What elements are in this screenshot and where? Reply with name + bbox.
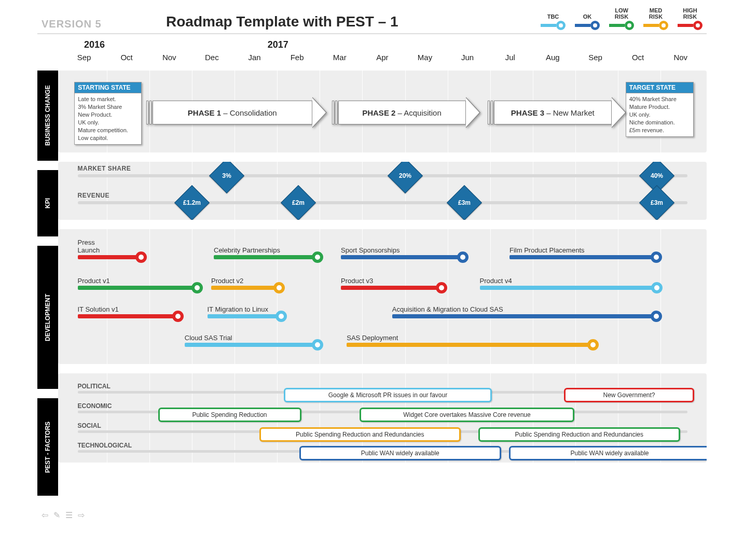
lines-icon[interactable]: ☰ (65, 510, 73, 520)
month-label: Jun (461, 53, 474, 62)
pest-row-label: ECONOMIC (78, 402, 112, 410)
legend-label: OK (575, 13, 600, 20)
legend-item: HIGHRISK (678, 7, 702, 30)
bottom-toolbar: ⇦ ✎ ☰ ⇨ (37, 510, 707, 520)
kpi-diamond: £3m (639, 185, 674, 220)
dev-segment-bar (341, 286, 442, 290)
legend-item: MEDRISK (643, 7, 668, 30)
month-label: May (418, 53, 432, 62)
dev-segment-ring-icon (436, 282, 447, 293)
pest-factor-pill: New Government? (564, 388, 694, 402)
state-box-title: STARTING STATE (75, 82, 141, 93)
dev-segment-bar (185, 343, 318, 347)
timeline-header: 20162017SepOctNovDecJanFebMarAprMayJunJu… (58, 39, 707, 71)
phase-arrow: PHASE 3 – New Market (488, 101, 627, 124)
month-label: Mar (333, 53, 347, 62)
legend-item: OK (575, 13, 600, 30)
dev-segment-ring-icon (312, 251, 323, 263)
state-box-title: TARGET STATE (626, 82, 693, 93)
dev-segment-bar (208, 314, 282, 318)
dev-segment-bar (78, 314, 178, 318)
month-label: Jan (248, 53, 260, 62)
dev-segment-ring-icon (172, 311, 184, 322)
swimlane: PressLaunchCelebrity PartnershipsSport S… (58, 229, 707, 364)
dev-segment-bar (78, 255, 142, 259)
dev-segment-label: Product v2 (211, 277, 243, 286)
section-label: KPI (37, 170, 58, 236)
dev-segment-bar (214, 255, 318, 259)
legend-label: MEDRISK (643, 7, 668, 20)
dev-segment-label: Sport Sponsorships (341, 246, 399, 255)
month-label: Sep (588, 53, 602, 62)
swimlane: STARTING STATELate to market.3% Market S… (58, 71, 707, 152)
swimlane: POLITICALECONOMICSOCIALTECHNOLOGICALGoog… (58, 373, 707, 463)
dev-segment-bar (211, 286, 279, 290)
legend-label: LOWRISK (609, 7, 634, 20)
month-label: Dec (205, 53, 219, 62)
pest-row-label: POLITICAL (78, 383, 111, 390)
dev-segment-ring-icon (651, 251, 662, 263)
dev-segment-ring-icon (275, 311, 287, 322)
kpi-row-label: REVENUE (78, 192, 110, 199)
kpi-diamond: £2m (281, 185, 316, 220)
pest-factor-pill: Google & Microsoft PR issues in our favo… (284, 388, 492, 402)
year-label: 2017 (268, 39, 288, 50)
dev-segment-bar (347, 343, 593, 347)
dev-segment-bar (78, 286, 197, 290)
dev-segment-bar (509, 255, 656, 259)
pest-factor-pill: Widget Core overtakes Massive Core reven… (360, 408, 574, 422)
pencil-icon[interactable]: ✎ (53, 510, 60, 520)
month-label: Nov (162, 53, 176, 62)
pest-factor-pill: Public Spending Reduction and Redundanci… (478, 427, 680, 442)
kpi-rail (78, 174, 687, 177)
dev-segment-label: Product v3 (341, 277, 373, 286)
month-label: Aug (546, 53, 560, 62)
month-label: Oct (120, 53, 132, 62)
swimlane: MARKET SHARE3%20%40%REVENUE£1.2m£2m£3m£3… (58, 162, 707, 220)
month-label: Sep (77, 53, 91, 62)
dev-segment-label: Film Product Placements (509, 246, 585, 255)
pest-factor-pill: Public WAN widely available (509, 446, 707, 460)
month-label: Nov (673, 53, 687, 62)
dev-segment-bar (392, 314, 656, 318)
kpi-diamond: £1.2m (174, 185, 210, 220)
section-label: PEST - FACTORS (37, 398, 58, 496)
state-box: STARTING STATELate to market.3% Market S… (74, 82, 142, 145)
dev-segment-label: Celebrity Partnerships (214, 246, 280, 255)
dev-segment-ring-icon (312, 339, 323, 351)
arrow-right-icon[interactable]: ⇨ (78, 510, 85, 520)
month-label: Feb (291, 53, 304, 62)
pest-factor-pill: Public Spending Reduction (158, 408, 301, 422)
legend: TBCOKLOWRISKMEDRISKHIGHRISK (541, 7, 707, 30)
page: VERSION 5 Roadmap Template with PEST – 1… (37, 0, 707, 536)
dev-segment-ring-icon (651, 282, 663, 293)
section-label: DEVELOPMENT (37, 246, 58, 389)
arrow-left-icon[interactable]: ⇦ (42, 510, 48, 520)
dev-segment-ring-icon (191, 282, 203, 293)
dev-segment-ring-icon (273, 282, 285, 293)
section-label: BUSINESS CHANGE (37, 71, 58, 161)
state-box-body: Late to market.3% Market ShareNew Produc… (75, 93, 141, 144)
pest-row-label: SOCIAL (78, 422, 101, 429)
dev-segment-ring-icon (651, 311, 662, 322)
kpi-row-label: MARKET SHARE (78, 165, 131, 172)
version-label: VERSION 5 (37, 18, 166, 30)
timeline-area: 20162017SepOctNovDecJanFebMarAprMayJunJu… (58, 39, 707, 505)
legend-label: TBC (541, 13, 566, 20)
pest-factor-pill: Public WAN widely available (299, 446, 501, 460)
dev-segment-label: PressLaunch (78, 239, 100, 255)
dev-segment-label: IT Migration to Linux (208, 305, 269, 314)
dev-segment-bar (341, 255, 463, 259)
state-box-body: 40% Market ShareMature Product.UK only.N… (626, 93, 693, 136)
dev-segment-label: Cloud SAS Trial (185, 334, 232, 343)
page-title: Roadmap Template with PEST – 1 (166, 13, 541, 30)
pest-row-label: TECHNOLOGICAL (78, 442, 132, 449)
dev-segment-bar (480, 286, 657, 290)
dev-segment-ring-icon (587, 339, 599, 351)
dev-segment-label: SAS Deployment (347, 334, 398, 343)
legend-item: TBC (541, 13, 566, 30)
section-labels-column: BUSINESS CHANGEKPIDEVELOPMENTPEST - FACT… (37, 39, 58, 505)
state-box: TARGET STATE40% Market ShareMature Produ… (626, 82, 694, 137)
dev-segment-ring-icon (135, 251, 147, 263)
year-label: 2016 (84, 39, 105, 50)
